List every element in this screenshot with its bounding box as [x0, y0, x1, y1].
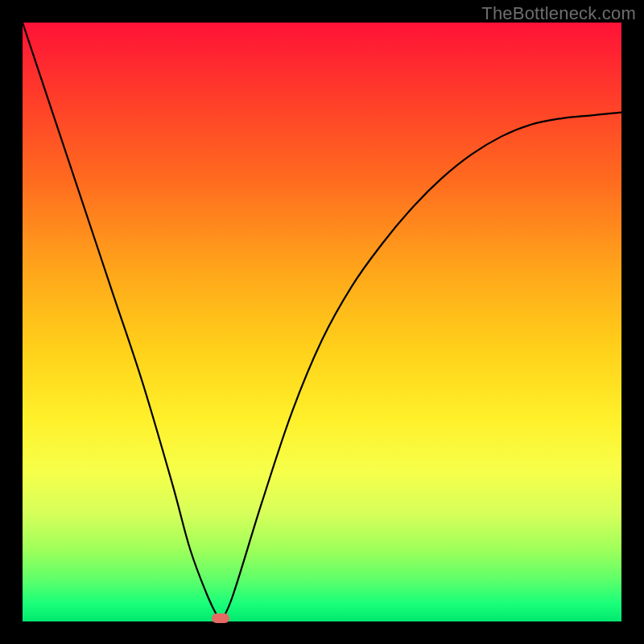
optimum-marker	[212, 613, 229, 623]
watermark-text: TheBottleneck.com	[481, 3, 636, 24]
plot-area	[23, 23, 621, 621]
curve-svg	[23, 23, 621, 621]
bottleneck-curve-path	[23, 23, 621, 621]
chart-frame: TheBottleneck.com	[0, 0, 644, 644]
